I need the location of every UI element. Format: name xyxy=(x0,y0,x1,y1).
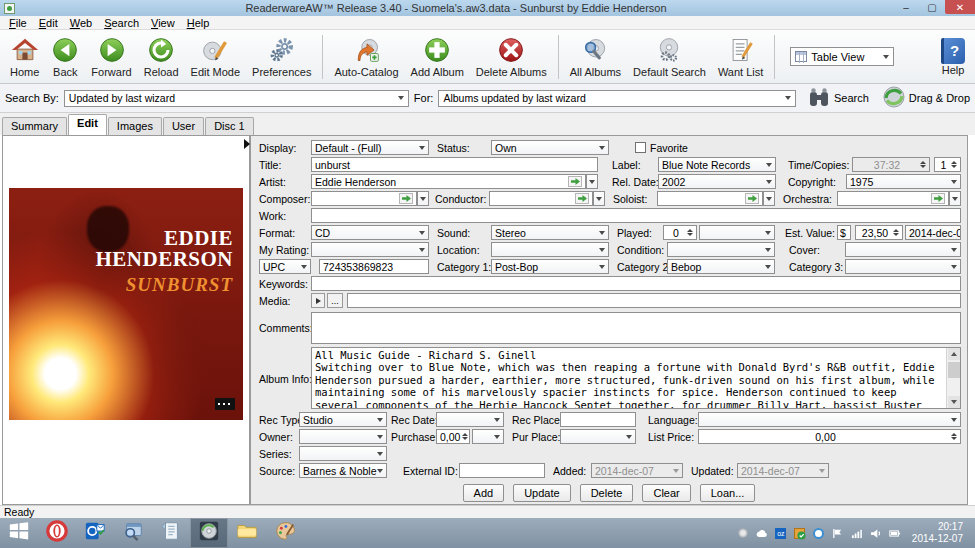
taskbar-outlook[interactable] xyxy=(76,518,114,548)
reload-button[interactable]: Reload xyxy=(138,32,185,82)
purchase-date-select[interactable] xyxy=(472,429,504,444)
tab-edit[interactable]: Edit xyxy=(68,114,107,135)
est-value-spinner[interactable]: 23,50 xyxy=(855,225,903,240)
composer-dropdown[interactable] xyxy=(417,191,429,206)
copyright-select[interactable]: 1975 xyxy=(846,174,961,189)
tab-images[interactable]: Images xyxy=(108,117,162,135)
pur-place-select[interactable] xyxy=(560,429,636,444)
scroll-down-icon[interactable] xyxy=(948,396,960,408)
start-button[interactable] xyxy=(0,518,38,548)
soloist-input[interactable] xyxy=(657,191,763,206)
edit-mode-button[interactable]: Edit Mode xyxy=(185,32,247,82)
delete-button[interactable]: Delete xyxy=(580,484,634,502)
display-select[interactable]: Default - (Full) xyxy=(311,140,429,155)
taskbar-opera[interactable] xyxy=(38,518,76,548)
rec-date-select[interactable] xyxy=(436,412,504,427)
language-select[interactable] xyxy=(698,412,961,427)
label-select[interactable]: Blue Note Records xyxy=(658,157,776,172)
album-info-textarea[interactable]: All Music Guide - Richard S. Ginell Swit… xyxy=(311,347,961,409)
scroll-up-icon[interactable] xyxy=(948,348,960,360)
tab-summary[interactable]: Summary xyxy=(2,117,67,135)
search-button[interactable]: Search xyxy=(807,85,869,111)
taskbar-notepad[interactable] xyxy=(152,518,190,548)
conductor-go-icon[interactable] xyxy=(575,193,589,204)
taskbar-explorer[interactable] xyxy=(228,518,266,548)
cover-select[interactable] xyxy=(845,242,961,257)
close-button[interactable]: ✕ xyxy=(945,0,975,14)
menu-file[interactable]: File xyxy=(3,17,33,29)
played-date-select[interactable] xyxy=(699,225,775,240)
rec-place-input[interactable] xyxy=(560,412,636,427)
tab-user[interactable]: User xyxy=(163,117,204,135)
orchestra-dropdown[interactable] xyxy=(949,191,961,206)
for-select[interactable]: Albums updated by last wizard xyxy=(438,90,796,107)
home-button[interactable]: Home xyxy=(4,32,45,82)
view-select[interactable]: Table View xyxy=(790,47,894,66)
back-button[interactable]: Back xyxy=(45,32,85,82)
media-play-button[interactable] xyxy=(311,293,325,308)
status-select[interactable]: Own xyxy=(491,140,609,155)
format-select[interactable]: CD xyxy=(311,225,429,240)
delete-albums-button[interactable]: Delete Albums xyxy=(470,32,553,82)
work-input[interactable] xyxy=(311,208,961,223)
maximize-button[interactable]: ▢ xyxy=(919,0,945,14)
copies-spinner[interactable]: 1 xyxy=(934,157,961,172)
category1-select[interactable]: Post-Bop xyxy=(491,259,609,274)
my-rating-select[interactable] xyxy=(311,242,429,257)
battery-icon[interactable] xyxy=(889,527,901,539)
security-icon[interactable] xyxy=(794,527,806,539)
menu-view[interactable]: View xyxy=(145,17,181,29)
menu-search[interactable]: Search xyxy=(98,17,145,29)
preferences-button[interactable]: Preferences xyxy=(246,32,317,82)
sound-select[interactable]: Stereo xyxy=(491,225,609,240)
played-spinner[interactable]: 0 xyxy=(663,225,697,240)
category3-select[interactable] xyxy=(845,259,961,274)
minimize-button[interactable]: – xyxy=(893,0,919,14)
est-value-date-select[interactable]: 2014-dec-07 xyxy=(905,225,961,240)
orchestra-go-icon[interactable] xyxy=(931,193,945,204)
artist-go-icon[interactable] xyxy=(568,176,582,187)
taskbar-paint[interactable] xyxy=(266,518,304,548)
help-button[interactable]: ? Help xyxy=(935,32,971,82)
loan-button[interactable]: Loan... xyxy=(700,484,756,502)
keywords-input[interactable] xyxy=(311,276,961,291)
default-search-button[interactable]: Default Search xyxy=(627,32,712,82)
flag-icon[interactable] xyxy=(832,527,844,539)
menu-web[interactable]: Web xyxy=(64,17,98,29)
update-button[interactable]: Update xyxy=(513,484,570,502)
rel-date-select[interactable]: 2002 xyxy=(658,174,776,189)
composer-input[interactable] xyxy=(311,191,417,206)
media-browse-button[interactable]: ... xyxy=(327,293,343,308)
rec-type-select[interactable]: Studio xyxy=(299,412,387,427)
scrollbar-thumb[interactable] xyxy=(948,362,960,378)
condition-select[interactable] xyxy=(667,242,775,257)
speaker-icon[interactable] xyxy=(870,527,882,539)
orchestra-input[interactable] xyxy=(837,191,949,206)
all-albums-button[interactable]: All Albums xyxy=(564,32,627,82)
soloist-dropdown[interactable] xyxy=(763,191,775,206)
volume-mixer-icon[interactable] xyxy=(737,527,749,539)
composer-go-icon[interactable] xyxy=(399,193,413,204)
artist-input[interactable]: Eddie Henderson xyxy=(311,174,586,189)
opera-tray-icon[interactable] xyxy=(813,527,825,539)
upc-select[interactable]: UPC xyxy=(259,259,311,274)
artist-dropdown[interactable] xyxy=(586,174,598,189)
title-input[interactable]: unburst xyxy=(311,157,598,172)
search-by-select[interactable]: Updated by last wizard xyxy=(64,90,409,107)
cloud-icon[interactable] xyxy=(756,527,768,539)
series-select[interactable] xyxy=(299,446,387,461)
conductor-input[interactable] xyxy=(489,191,593,206)
album-info-scrollbar[interactable] xyxy=(946,348,960,408)
menu-help[interactable]: Help xyxy=(181,17,216,29)
add-button[interactable]: Add xyxy=(463,484,505,502)
drag-drop-button[interactable]: Drag & Drop xyxy=(882,85,970,111)
taskbar-readerware[interactable] xyxy=(190,518,228,548)
purchase-spinner[interactable]: 0,00 xyxy=(436,429,470,444)
media-input[interactable] xyxy=(347,293,961,308)
auto-catalog-button[interactable]: Auto-Catalog xyxy=(328,32,404,82)
upc-input[interactable]: 724353869823 xyxy=(319,259,429,274)
conductor-dropdown[interactable] xyxy=(593,191,605,206)
category2-select[interactable]: Bebop xyxy=(667,259,775,274)
tab-disc1[interactable]: Disc 1 xyxy=(205,117,254,135)
time-spinner[interactable]: 37:32 xyxy=(852,157,930,172)
